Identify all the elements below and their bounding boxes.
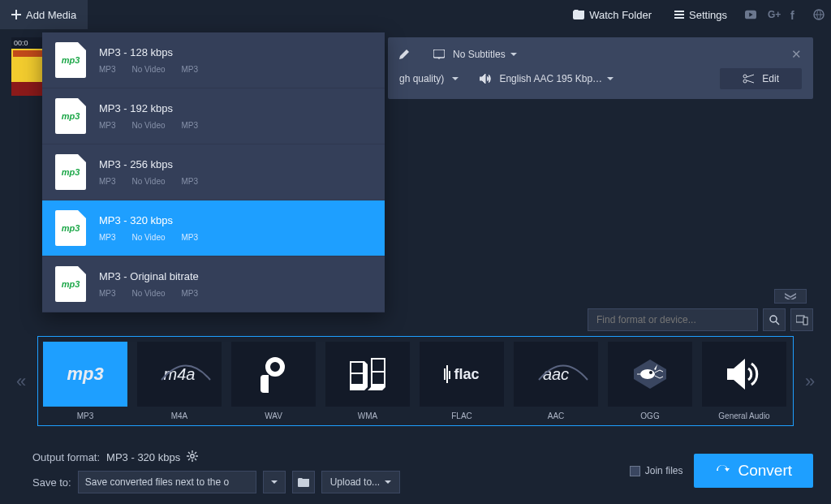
format-tile-wav[interactable]: WAV [231,342,316,420]
save-to-dropdown-button[interactable] [263,471,286,493]
pencil-icon[interactable] [399,50,409,59]
aac-icon: aac [514,342,598,407]
svg-point-18 [191,454,194,458]
facebook-icon[interactable]: f [790,9,802,20]
preset-tags: MP3No VideoMP3 [99,289,199,298]
format-tile-aac[interactable]: aacAAC [514,342,598,420]
devices-button[interactable] [790,308,813,331]
carousel-next-button[interactable]: » [794,337,826,426]
format-tile-flac[interactable]: flacFLAC [420,342,504,420]
file-mp3-icon: mp3 [55,210,86,246]
add-media-label: Add Media [26,9,76,21]
bottom-right-actions: Join files Convert [630,454,813,488]
format-tile-ogg[interactable]: OGG [608,342,692,420]
speaker-icon [480,74,491,84]
edit-button[interactable]: Edit [720,68,802,89]
svg-point-4 [743,80,747,83]
format-carousel: « mp3MP3m4aM4AWAVWMAflacFLACaacAACOGGGen… [0,336,831,426]
preset-title: MP3 - 320 kbps [99,214,198,226]
svg-point-5 [770,316,777,322]
menu-icon [674,11,684,19]
thumbnail-image [11,49,45,96]
preset-item[interactable]: mp3MP3 - Original bitrateMP3No VideoMP3 [42,256,385,312]
settings-button[interactable]: Settings [663,0,738,29]
svg-point-16 [640,369,655,379]
folder-icon [298,478,309,487]
format-tile-label: WAV [265,411,282,420]
upload-label: Upload to... [330,476,380,488]
checkbox-icon [630,466,640,476]
format-search-input[interactable] [588,308,758,331]
preset-title: MP3 - Original bitrate [99,270,199,282]
output-settings-button[interactable] [187,450,198,464]
format-tile-label: General Audio [718,411,769,420]
chevron-down-icon[interactable] [452,77,459,80]
file-options-panel: No Subtitles ✕ gh quality) English AAC 1… [388,37,813,99]
devices-icon [796,315,808,325]
svg-rect-13 [444,368,446,380]
format-tile-label: WMA [358,411,377,420]
preset-title: MP3 - 128 kbps [99,46,198,58]
search-button[interactable] [763,308,786,331]
svg-rect-15 [449,371,450,379]
convert-label: Convert [738,462,792,480]
close-panel-button[interactable]: ✕ [791,47,802,62]
svg-point-3 [743,75,747,78]
globe-icon[interactable] [813,9,825,20]
browse-folder-button[interactable] [292,471,315,493]
format-tile-label: OGG [640,411,659,420]
format-tile-m4a[interactable]: m4aM4A [137,342,222,420]
output-format-label: Output format: [32,451,100,463]
edit-label: Edit [762,73,779,84]
svg-rect-8 [264,375,269,393]
speaker-icon [702,342,786,407]
watch-folder-icon [573,10,584,19]
svg-rect-12 [372,373,384,384]
svg-rect-11 [372,360,384,371]
svg-rect-9 [351,363,363,373]
flac-icon: flac [420,342,504,407]
save-to-path[interactable]: Save converted files next to the o [78,471,256,493]
preset-item[interactable]: mp3MP3 - 192 kbpsMP3No VideoMP3 [42,88,385,144]
watch-folder-label: Watch Folder [589,9,652,21]
top-toolbar: Add Media Watch Folder Settings G+ f [0,0,831,29]
preset-item[interactable]: mp3MP3 - 320 kbpsMP3No VideoMP3 [42,200,385,256]
format-tile-wma[interactable]: WMA [325,342,410,420]
svg-rect-2 [433,50,445,58]
carousel-prev-button[interactable]: « [5,337,37,426]
preset-tags: MP3No VideoMP3 [99,65,198,74]
audio-track-dropdown[interactable]: English AAC 195 Kbp… [499,73,614,84]
svg-rect-7 [803,317,807,325]
audio-track-value: English AAC 195 Kbp… [499,73,602,84]
svg-rect-14 [446,365,448,383]
join-files-checkbox[interactable]: Join files [630,465,683,476]
format-tile-mp3[interactable]: mp3MP3 [43,342,127,420]
preset-title: MP3 - 256 kbps [99,158,198,170]
convert-button[interactable]: Convert [694,454,813,488]
googleplus-icon[interactable]: G+ [768,9,779,20]
plus-icon [11,10,21,19]
subtitles-dropdown[interactable]: No Subtitles [453,49,517,60]
mp3-icon: mp3 [43,342,127,407]
format-tile-speaker[interactable]: General Audio [702,342,786,420]
youtube-icon[interactable] [745,9,756,20]
media-thumbnail[interactable]: 00:0 [11,37,45,110]
format-tile-label: MP3 [77,411,94,420]
ogg-icon [608,342,692,407]
upload-to-button[interactable]: Upload to... [321,471,400,493]
watch-folder-button[interactable]: Watch Folder [562,0,663,29]
preset-item[interactable]: mp3MP3 - 256 kbpsMP3No VideoMP3 [42,144,385,200]
settings-label: Settings [689,9,727,21]
preset-item[interactable]: mp3MP3 - 128 kbpsMP3No VideoMP3 [42,32,385,88]
search-icon [769,315,780,325]
social-links: G+ f [738,0,831,29]
format-tile-label: FLAC [451,411,472,420]
thumbnail-timecode: 00:0 [11,37,45,49]
scissors-icon [743,74,754,84]
file-mp3-icon: mp3 [55,154,86,190]
add-media-button[interactable]: Add Media [0,0,88,29]
format-preset-dropdown: mp3MP3 - 128 kbpsMP3No VideoMP3mp3MP3 - … [42,32,385,312]
format-tile-label: M4A [171,411,188,420]
preset-title: MP3 - 192 kbps [99,102,198,114]
collapse-handle[interactable] [774,289,807,304]
